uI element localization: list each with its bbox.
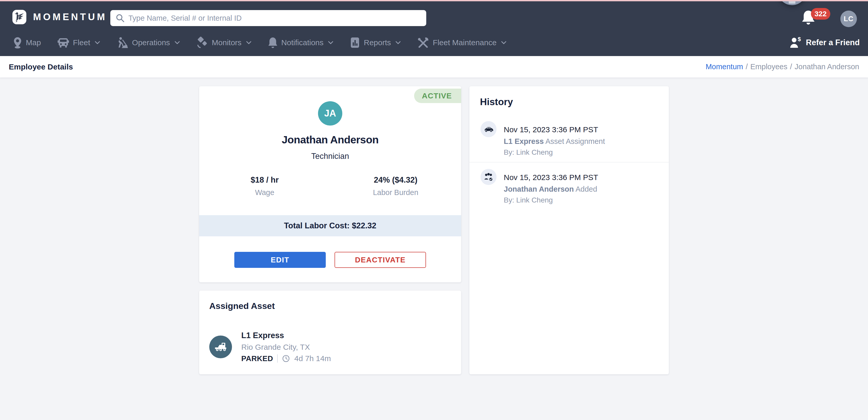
car-icon xyxy=(480,121,497,137)
nav-item-notifications[interactable]: Notifications xyxy=(268,37,333,49)
employee-role: Technician xyxy=(199,152,461,161)
breadcrumb-current: Jonathan Anderson xyxy=(795,63,859,71)
refer-a-friend-label: Refer a Friend xyxy=(806,38,860,47)
nav-label: Reports xyxy=(364,38,391,47)
employee-name: Jonathan Anderson xyxy=(199,134,461,146)
main-nav: Map Fleet xyxy=(13,30,506,56)
van-icon xyxy=(57,37,69,48)
breadcrumb-separator: / xyxy=(790,63,792,71)
history-entry: Nov 15, 2023 3:36 PM PST Jonathan Anders… xyxy=(480,169,663,204)
status-badge: ACTIVE xyxy=(414,89,461,103)
chevron-down-icon xyxy=(95,41,100,44)
history-by: By: Link Cheng xyxy=(504,148,605,157)
history-action: Added xyxy=(576,185,597,193)
worker-digging-icon xyxy=(117,37,128,49)
bar-chart-icon xyxy=(350,37,360,49)
employee-stats: $18 / hr Wage 24% ($4.32) Labor Burden xyxy=(199,175,461,197)
history-title: History xyxy=(480,97,513,107)
refer-a-friend-button[interactable]: $ Refer a Friend xyxy=(790,30,860,56)
employee-actions: EDIT DEACTIVATE xyxy=(199,252,461,268)
nav-item-fleet-maintenance[interactable]: Fleet Maintenance xyxy=(417,37,506,49)
history-entry: Nov 15, 2023 3:36 PM PST L1 Express Asse… xyxy=(480,121,663,157)
wage-value: $18 / hr xyxy=(199,175,330,185)
svg-text:$: $ xyxy=(798,37,801,42)
chevron-down-icon xyxy=(328,41,333,44)
history-subject: Jonathan Anderson xyxy=(504,185,574,193)
history-timestamp: Nov 15, 2023 3:36 PM PST xyxy=(504,125,605,134)
users-check-icon xyxy=(480,169,497,185)
page-title: Employee Details xyxy=(9,63,73,71)
nav-item-map[interactable]: Map xyxy=(13,37,41,49)
navbar: MOMENTUM 322 LC Map xyxy=(0,1,868,56)
top-loading-strip xyxy=(0,0,868,1)
notifications-bell-button[interactable]: 322 xyxy=(802,9,830,30)
nav-item-reports[interactable]: Reports xyxy=(350,37,401,49)
brand-name: MOMENTUM xyxy=(33,12,107,23)
employee-avatar: JA xyxy=(318,101,342,126)
asset-row[interactable]: L1 Express Rio Grande City, TX PARKED 4d… xyxy=(209,331,331,363)
breadcrumb-separator: / xyxy=(746,63,748,71)
breadcrumb-employees: Employees xyxy=(750,63,787,71)
wage-stat: $18 / hr Wage xyxy=(199,175,330,197)
asset-status: PARKED xyxy=(241,354,273,363)
nav-item-operations[interactable]: Operations xyxy=(117,37,180,49)
search-icon xyxy=(116,13,125,23)
satellite-icon xyxy=(196,37,208,49)
employee-details-card: ACTIVE JA Jonathan Anderson Technician $… xyxy=(199,86,461,282)
history-timestamp: Nov 15, 2023 3:36 PM PST xyxy=(504,173,598,182)
divider xyxy=(277,354,278,363)
chevron-down-icon xyxy=(396,41,401,44)
clock-icon xyxy=(282,354,290,363)
assigned-asset-title: Assigned Asset xyxy=(209,301,275,311)
deactivate-button[interactable]: DEACTIVATE xyxy=(335,252,426,268)
user-avatar[interactable]: LC xyxy=(840,10,857,27)
divider xyxy=(469,162,669,162)
bell-icon xyxy=(268,37,278,49)
edit-button[interactable]: EDIT xyxy=(234,252,326,268)
breadcrumb-momentum[interactable]: Momentum xyxy=(706,63,743,71)
map-pin-icon xyxy=(13,37,22,49)
global-search xyxy=(110,10,426,26)
nav-item-monitors[interactable]: Monitors xyxy=(196,37,251,49)
asset-location: Rio Grande City, TX xyxy=(241,343,331,352)
asset-parked-duration: 4d 7h 14m xyxy=(294,354,331,363)
labor-burden-label: Labor Burden xyxy=(330,188,461,197)
notification-count-badge: 322 xyxy=(811,8,830,20)
nav-label: Fleet Maintenance xyxy=(433,38,497,47)
nav-label: Fleet xyxy=(73,38,90,47)
breadcrumb-bar: Employee Details Momentum / Employees / … xyxy=(0,56,868,77)
search-input[interactable] xyxy=(128,14,421,23)
nav-label: Notifications xyxy=(281,38,323,47)
chevron-down-icon xyxy=(246,41,251,44)
nav-label: Operations xyxy=(132,38,170,47)
labor-burden-value: 24% ($4.32) xyxy=(330,175,461,185)
nav-item-fleet[interactable]: Fleet xyxy=(57,37,100,48)
labor-burden-stat: 24% ($4.32) Labor Burden xyxy=(330,175,461,197)
wage-label: Wage xyxy=(199,188,330,197)
history-action: Asset Assignment xyxy=(545,137,605,146)
bird-logo-icon xyxy=(12,10,26,24)
brand-logo[interactable]: MOMENTUM xyxy=(12,10,107,24)
history-by: By: Link Cheng xyxy=(504,196,598,204)
crossed-tools-icon xyxy=(417,37,429,49)
nav-label: Map xyxy=(26,38,41,47)
chevron-down-icon xyxy=(501,41,506,44)
total-labor-cost: Total Labor Cost: $22.32 xyxy=(199,215,461,236)
history-subject: L1 Express xyxy=(504,137,544,146)
person-dollar-icon: $ xyxy=(790,37,802,48)
breadcrumb: Momentum / Employees / Jonathan Anderson xyxy=(706,63,859,71)
assigned-asset-card: Assigned Asset L1 Express Rio Grande Cit… xyxy=(199,291,461,374)
truck-icon xyxy=(209,335,232,358)
history-card: History Nov 15, 2023 3:36 PM PST L1 Expr… xyxy=(469,86,669,374)
asset-name: L1 Express xyxy=(241,331,331,340)
chevron-down-icon xyxy=(175,41,180,44)
nav-label: Monitors xyxy=(212,38,242,47)
